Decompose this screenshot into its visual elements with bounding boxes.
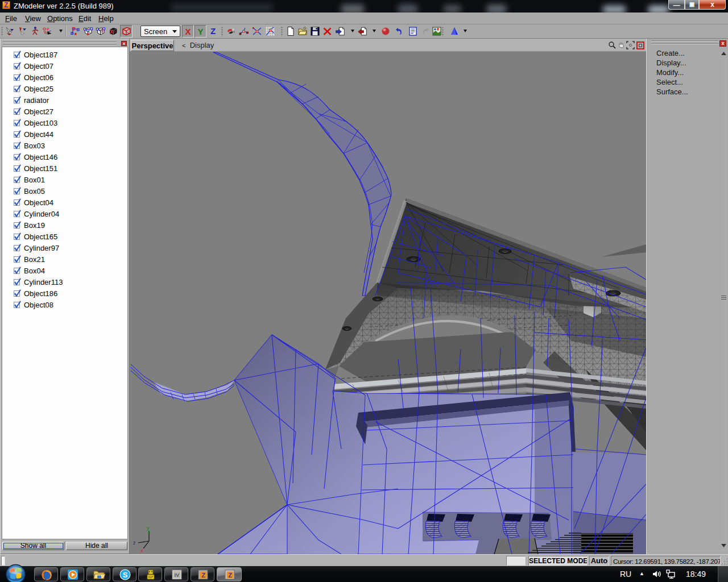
svg-text:x: x [140,548,143,554]
svg-text:y: y [147,525,150,531]
svg-text:z: z [133,540,136,546]
